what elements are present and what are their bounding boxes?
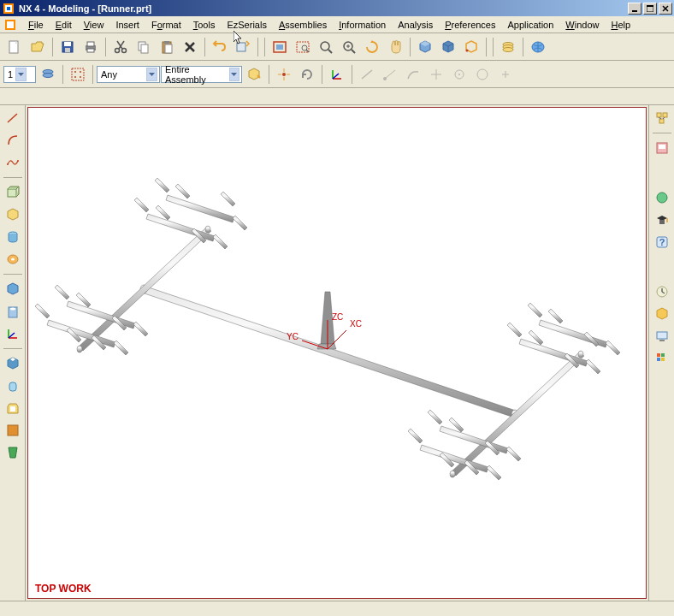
menu-help[interactable]: Help: [605, 18, 636, 32]
system-button[interactable]: [652, 326, 672, 346]
menu-format[interactable]: Format: [145, 18, 187, 32]
maximize-button[interactable]: [643, 3, 657, 15]
print-button[interactable]: [80, 36, 102, 58]
svg-point-71: [7, 163, 9, 165]
internet-explorer-button[interactable]: [652, 187, 672, 208]
sketch-spline-button[interactable]: [3, 152, 23, 173]
feature-unite-button[interactable]: [3, 279, 23, 299]
menu-application[interactable]: Application: [502, 18, 560, 32]
snap-endpoint-button[interactable]: [379, 63, 401, 86]
layer-button[interactable]: [497, 36, 519, 58]
pan-button[interactable]: [384, 36, 406, 58]
close-button[interactable]: [659, 3, 672, 15]
copy-button[interactable]: [133, 36, 155, 58]
svg-rect-83: [8, 425, 18, 435]
feature-extrude-button[interactable]: [3, 204, 23, 225]
feature-draft-button[interactable]: [3, 442, 23, 463]
snap-line-button[interactable]: [356, 63, 378, 86]
menu-preferences[interactable]: Preferences: [439, 18, 501, 32]
svg-rect-3: [632, 10, 637, 12]
help-tool-button[interactable]: [527, 36, 549, 58]
paste-button[interactable]: [156, 36, 178, 58]
feature-chamfer-button[interactable]: [3, 353, 23, 374]
menu-file[interactable]: File: [22, 18, 50, 32]
assembly-navigator-button[interactable]: [652, 108, 672, 128]
status-bar: [0, 601, 674, 616]
viewport-label: TOP WORK: [35, 583, 92, 595]
snap-curve-button[interactable]: [402, 63, 424, 86]
snap-intersection-button[interactable]: [425, 63, 447, 86]
menu-ezserials[interactable]: EzSerials: [221, 18, 272, 32]
menu-insert[interactable]: Insert: [109, 18, 145, 32]
roles-button[interactable]: [652, 304, 672, 324]
workspace: XC YC ZC TOP WORK ?: [0, 105, 674, 601]
selection-highlight-button[interactable]: [243, 63, 265, 86]
new-button[interactable]: [3, 36, 26, 58]
feature-shell-button[interactable]: [3, 398, 23, 418]
menu-edit[interactable]: Edit: [50, 18, 78, 32]
title-bar: NX 4 - Modeling - [Runner.prt]: [0, 0, 674, 16]
toolbar-separator: [3, 177, 22, 178]
chevron-down-icon: [15, 68, 27, 81]
graphics-viewport[interactable]: XC YC ZC TOP WORK: [27, 107, 647, 599]
toolbar-separator: [653, 133, 671, 133]
svg-line-37: [352, 50, 355, 53]
snap-quadrant-button[interactable]: [471, 63, 494, 86]
svg-point-66: [458, 74, 460, 75]
menu-assemblies[interactable]: Assemblies: [273, 18, 333, 32]
sketch-line-button[interactable]: [3, 108, 23, 128]
svg-line-60: [362, 70, 372, 79]
filter-layers-button[interactable]: [37, 63, 59, 86]
view-orient-button[interactable]: [460, 36, 482, 58]
snap-toggle-button[interactable]: [296, 63, 318, 86]
chevron-down-icon: [146, 68, 157, 81]
select-all-button[interactable]: [67, 63, 89, 86]
snap-existing-point-button[interactable]: [494, 63, 517, 86]
combo-value: Any: [101, 69, 117, 80]
feature-revolve-button[interactable]: [3, 249, 23, 270]
cut-button[interactable]: [109, 36, 132, 58]
sketch-arc-button[interactable]: [3, 130, 23, 151]
tools-palette-button[interactable]: [652, 348, 672, 369]
selection-priority-combo[interactable]: 1: [3, 66, 36, 83]
svg-rect-95: [659, 119, 664, 123]
menu-window[interactable]: Window: [559, 18, 605, 32]
type-filter-combo[interactable]: Any: [97, 66, 160, 83]
history-button[interactable]: [652, 281, 672, 302]
prompt-bar: [0, 88, 674, 105]
open-button[interactable]: [27, 36, 49, 58]
part-navigator-button[interactable]: [652, 138, 672, 158]
training-button[interactable]: [652, 210, 672, 230]
assembly-scope-combo[interactable]: Entire Assembly: [161, 66, 242, 83]
delete-button[interactable]: [179, 36, 201, 58]
zoom-in-out-button[interactable]: [338, 36, 360, 58]
menu-tools[interactable]: Tools: [187, 18, 222, 32]
zoom-button[interactable]: [315, 36, 337, 58]
save-button[interactable]: [56, 36, 79, 58]
menu-analysis[interactable]: Analysis: [392, 18, 439, 32]
fit-view-button[interactable]: [269, 36, 291, 58]
feature-blend-button[interactable]: [3, 376, 23, 396]
feature-cylinder-button[interactable]: [3, 227, 23, 247]
feature-wcs-button[interactable]: [3, 323, 23, 344]
feature-hole-button[interactable]: [3, 301, 23, 322]
minimize-button[interactable]: [628, 3, 641, 15]
redo-button[interactable]: [232, 36, 254, 58]
help-button[interactable]: ?: [652, 232, 672, 252]
toolbar-separator: [62, 65, 63, 84]
wcs-button[interactable]: [326, 63, 348, 86]
rotate-button[interactable]: [361, 36, 383, 58]
toolbar-separator: [92, 65, 93, 84]
menu-information[interactable]: Information: [333, 18, 392, 32]
snap-point-button[interactable]: [273, 63, 295, 86]
feature-trim-button[interactable]: [3, 420, 23, 441]
feature-block-button[interactable]: [3, 182, 23, 203]
undo-button[interactable]: [209, 36, 231, 58]
snap-center-button[interactable]: [448, 63, 470, 86]
svg-rect-82: [9, 382, 16, 391]
standard-toolbar: [0, 33, 674, 61]
wireframe-button[interactable]: [437, 36, 459, 58]
shaded-button[interactable]: [414, 36, 436, 58]
menu-view[interactable]: View: [78, 18, 110, 32]
zoom-area-button[interactable]: [292, 36, 314, 58]
